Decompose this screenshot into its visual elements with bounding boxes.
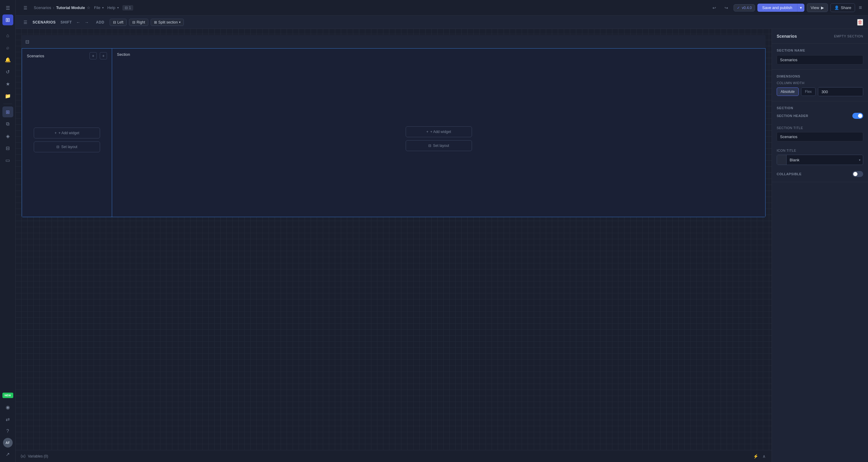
sidebar-star-icon[interactable]: ★ [2,79,13,89]
sidebar-cube-icon[interactable]: ◈ [2,131,13,141]
right-set-layout-button[interactable]: ⊟ Set layout [406,140,472,151]
help-chevron-icon: ▾ [117,6,119,9]
sidebar-expand-icon[interactable]: ↗ [2,449,13,460]
sidebar-help-icon[interactable]: ? [2,426,13,437]
variables-filter-button[interactable]: ⚡ [752,453,760,460]
variables-label: Variables (0) [28,454,48,458]
redo-button[interactable]: ↪ [721,3,731,13]
left-set-layout-icon: ⊟ [56,145,59,149]
pages-icon: ⊟ [125,6,128,10]
right-column: Section + + Add widget ⊟ Set layout [112,48,766,217]
section-layout-icon[interactable]: ⊟ [25,39,29,45]
save-dropdown-button[interactable]: ▾ [797,4,804,12]
right-section-button[interactable]: ⊟ Right [129,19,148,26]
icon-select[interactable]: Blank ▾ [777,155,863,165]
sidebar-table-icon[interactable]: ⊟ [2,143,13,153]
canvas-container[interactable]: ⊟ Scenarios + + + [16,29,772,462]
sidebar-grid-icon[interactable]: ⊞ [2,107,13,117]
content-area: ⊟ Scenarios + + + [16,29,868,462]
left-sidebar: ☰ ⊞ ⌂ ⌕ 🔔 ↺ ★ 📁 ⊞ ⧉ ◈ ⊟ ▭ NEW ◉ ⇄ ? AF ↗ [0,0,16,462]
undo-button[interactable]: ↩ [710,3,719,13]
sidebar-screen-icon[interactable]: ▭ [2,155,13,166]
left-set-layout-button[interactable]: ⊟ Set layout [34,141,100,152]
save-publish-label: Save and publish [762,5,792,10]
sidebar-folder-icon[interactable]: 📁 [2,90,13,101]
sidebar-menu-icon[interactable]: ☰ [2,2,13,13]
icon-title-subsection: ICON TITLE Blank ▾ [777,145,863,169]
sidebar-layers-icon[interactable]: ⧉ [2,118,13,129]
icon-select-chevron: ▾ [857,158,863,162]
overflow-menu-button[interactable]: ≡ [858,3,863,12]
left-column-body: + + Add widget ⊟ Set layout [22,63,112,217]
share-label: Share [841,5,851,10]
icon-select-value: Blank [786,156,857,164]
version-label: v0.4.0 [742,6,752,10]
sidebar-home-icon[interactable]: ⌂ [2,30,13,41]
width-input[interactable] [818,88,863,96]
toolbar: ☰ SCENARIOS SHIFT ← → ADD ⊟ Left ⊟ Right… [16,16,868,29]
sidebar-history-icon[interactable]: ↺ [2,66,13,77]
tab-shift[interactable]: SHIFT [61,19,72,26]
breadcrumb-current: Tutorial Module [56,5,85,10]
flex-button[interactable]: Flex [801,87,816,96]
icon-preview [777,155,786,165]
view-button[interactable]: View ▶ [807,3,828,12]
save-publish-button[interactable]: Save and publish [757,4,797,12]
left-label: Left [117,20,123,24]
sidebar-bell-icon[interactable]: 🔔 [2,54,13,65]
help-label[interactable]: Help [107,5,116,10]
share-button[interactable]: 👤 Share [830,3,855,12]
help-menu[interactable]: Help ▾ [107,5,119,10]
file-label[interactable]: File [94,5,100,10]
sidebar-logo[interactable]: ⊞ [2,15,13,25]
columns-container: Scenarios + + + + Add widget ⊟ [22,48,766,217]
panel-header: Scenarios EMPTY SECTION [772,29,868,44]
section-header-toggle-row: SECTION HEADER [777,113,863,119]
dimensions-row: Absolute Flex ▲ ▼ [777,87,863,96]
right-add-widget-button[interactable]: + + Add widget [406,126,472,137]
pages-indicator[interactable]: ⊟ 1 [122,5,133,10]
nav-next-button[interactable]: → [83,19,90,26]
breadcrumb-parent[interactable]: Scenarios [34,5,51,10]
absolute-button[interactable]: Absolute [777,87,799,96]
right-add-widget-label: + Add widget [430,130,451,134]
file-menu[interactable]: File ▾ [94,5,104,10]
section-header-bar: ⊟ [22,35,766,48]
section-name-input[interactable] [777,55,863,64]
left-column-add-button[interactable]: + [90,52,97,59]
delete-section-button[interactable]: 🗑 [857,19,863,26]
toolbar-menu-button[interactable]: ☰ [21,18,30,27]
dimensions-panel: DIMENSIONS COLUMN WIDTH Absolute Flex ▲ … [772,70,868,101]
left-column: Scenarios + + + + Add widget ⊟ [22,48,112,217]
left-add-widget-button[interactable]: + + Add widget [34,127,100,138]
top-bar: ☰ Scenarios › Tutorial Module ☆ File ▾ H… [16,0,868,16]
sidebar-new-badge[interactable]: NEW [2,393,13,398]
left-column-header: Scenarios + + [22,49,112,63]
section-title-input[interactable] [777,132,863,141]
sidebar-divider [3,104,12,104]
collapsible-toggle[interactable] [852,171,863,177]
variables-collapse-button[interactable]: ∧ [761,453,767,460]
panel-title: Scenarios [777,34,797,38]
left-add-widget-label: + Add widget [59,131,79,135]
sidebar-avatar[interactable]: AF [3,438,13,447]
add-button[interactable]: ADD [93,19,107,26]
right-column-header: Section [112,49,765,60]
view-play-icon: ▶ [821,5,824,10]
left-section-button[interactable]: ⊟ Left [110,19,127,26]
sidebar-toggle-button[interactable]: ☰ [21,3,30,13]
variables-bar: ⟨x⟩ Variables (0) ⚡ ∧ [16,450,772,462]
section-header-toggle[interactable] [852,113,863,119]
left-column-add-button-2[interactable]: + [100,52,107,59]
right-column-body: + + Add widget ⊟ Set layout [112,60,765,217]
tab-scenarios[interactable]: SCENARIOS [33,19,56,26]
split-section-button[interactable]: ⊞ Split section ▾ [151,19,184,26]
sidebar-search-icon[interactable]: ⌕ [2,42,13,53]
sidebar-globe-icon[interactable]: ◉ [2,402,13,412]
favorite-star-icon[interactable]: ☆ [87,5,90,10]
version-badge[interactable]: ✓ v0.4.0 [734,4,755,11]
nav-prev-button[interactable]: ← [74,19,82,26]
sidebar-shuffle-icon[interactable]: ⇄ [2,414,13,425]
section-panel: SECTION SECTION HEADER SECTION TITLE ICO… [772,101,868,182]
breadcrumb: Scenarios › Tutorial Module ☆ [34,5,90,10]
